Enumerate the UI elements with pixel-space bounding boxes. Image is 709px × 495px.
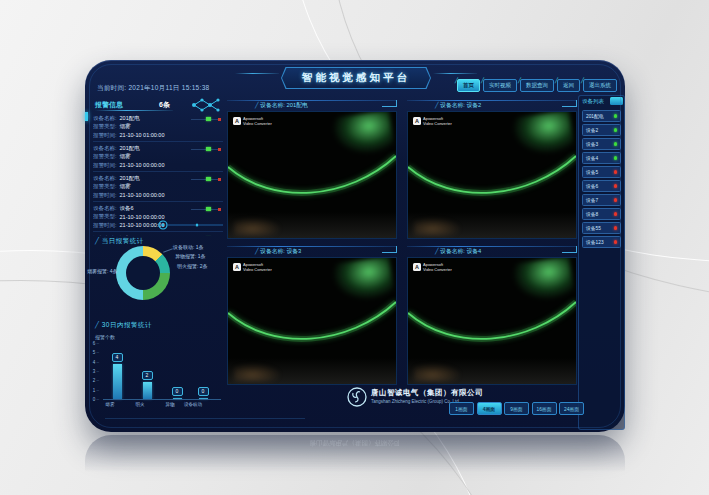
bar-column-foreign-object: 0	[167, 387, 187, 399]
y-tick: 3	[85, 369, 99, 374]
bar-smoke	[113, 364, 122, 399]
device-name-label: 设备名称:	[93, 175, 117, 182]
device-name: 设备55	[583, 225, 601, 231]
bar-chart-y-axis-label: 报警个数	[95, 334, 115, 340]
bar-value: 0	[172, 387, 183, 396]
status-dot	[614, 226, 618, 230]
device-item[interactable]: 设备4	[582, 152, 621, 164]
dashboard-panel: 当前时间: 2021年10月11日 15:15:38 智能视觉感知平台 首页 实…	[85, 60, 625, 432]
video-feed[interactable]: A Apowersoft Video Converter	[407, 111, 577, 239]
video-equipment-blob	[234, 364, 280, 382]
screen-4-button[interactable]: 4画面	[477, 402, 502, 415]
device-name-label: 设备名称:	[93, 205, 117, 212]
device-list-title: 设备列表	[582, 98, 604, 105]
screen-1-button[interactable]: 1画面	[449, 402, 474, 415]
nav-live-video-button[interactable]: 实时视频	[483, 79, 517, 92]
title-frame: 智能视觉感知平台	[281, 67, 431, 89]
pie-label-linkage: 设备联动: 1条	[173, 244, 204, 250]
device-name: 设备6	[583, 183, 598, 189]
video-title: 设备名称: 设备3	[255, 247, 301, 256]
video-title: 设备名称: 201配电	[255, 101, 308, 110]
bar-column-smoke: 4	[107, 353, 127, 399]
device-item[interactable]: 设备2	[582, 124, 621, 136]
alarm-panel-title: 报警信息	[95, 100, 123, 110]
device-name: 设备8	[583, 211, 598, 217]
device-item[interactable]: 设备55	[582, 222, 621, 234]
device-list: 201配电 设备2 设备3 设备4 设备5 设备6 设备7 设备8 设备55 设…	[582, 110, 621, 250]
alarm-slider[interactable]	[191, 147, 221, 151]
alarm-slider[interactable]	[191, 177, 221, 181]
device-name: 设备5	[583, 169, 598, 175]
watermark-line2: Video Converter	[423, 122, 452, 127]
alarm-type-label: 报警类型:	[93, 153, 117, 160]
alarm-entry[interactable]: 设备名称:设备6 报警类型:明火	[93, 233, 223, 236]
x-label-smoke: 烟雾	[97, 402, 123, 407]
alarm-entry[interactable]: 设备名称:201配电 报警类型:烟雾 报警时间:21-10-10 00:00:0…	[93, 143, 223, 172]
nav-home-button[interactable]: 首页	[457, 79, 480, 92]
status-dot	[614, 212, 618, 216]
video-panel-3: 设备名称: 设备3 A Apowersoft Video Converter	[227, 244, 397, 257]
alarm-time-label: 报警时间:	[93, 222, 117, 229]
video-header: 设备名称: 设备3	[227, 244, 397, 257]
watermark-line2: Video Converter	[243, 268, 272, 273]
device-item[interactable]: 设备8	[582, 208, 621, 220]
alarm-entry[interactable]: 设备名称:201配电 报警类型:烟雾 报警时间:21-10-10 01:00:0…	[93, 113, 223, 142]
alarm-time-value: 21-10-10 01:00:00	[120, 132, 165, 138]
watermark-logo: A	[233, 117, 241, 125]
decoration-line	[95, 110, 173, 111]
video-title: 设备名称: 设备2	[435, 101, 481, 110]
nav-data-query-button[interactable]: 数据查询	[520, 79, 554, 92]
label-connector	[163, 248, 173, 252]
donut-chart	[116, 246, 170, 300]
screen-layout-buttons: 1画面 4画面 9画面 16画面 24画面	[449, 402, 584, 415]
alarm-type-value: 烟雾	[120, 123, 131, 130]
top-navigation: 首页 实时视频 数据查询 返回 退出系统	[457, 79, 617, 92]
nav-back-button[interactable]: 返回	[557, 79, 580, 92]
device-item[interactable]: 设备5	[582, 166, 621, 178]
device-item[interactable]: 设备6	[582, 180, 621, 192]
alarm-entry[interactable]: 设备名称:201配电 报警类型:烟雾 报警时间:21-10-10 00:00:0…	[93, 173, 223, 202]
y-tick: 6	[85, 341, 99, 346]
y-tick: 1	[85, 388, 99, 393]
alarm-time-label: 报警时间:	[93, 162, 117, 169]
watermark-logo: A	[413, 117, 421, 125]
device-name-value: 设备6	[120, 235, 134, 236]
pie-label-flame: 明火报警: 2条	[177, 263, 208, 269]
video-feed[interactable]: A Apowersoft Video Converter	[227, 257, 397, 385]
bar-value: 4	[112, 353, 123, 362]
alarm-slider[interactable]	[191, 117, 221, 121]
watermark: A Apowersoft Video Converter	[413, 117, 452, 126]
device-name: 设备3	[583, 141, 598, 147]
watermark-logo: A	[233, 263, 241, 271]
device-item[interactable]: 201配电	[582, 110, 621, 122]
screen-16-button[interactable]: 16画面	[532, 402, 557, 415]
device-item[interactable]: 设备3	[582, 138, 621, 150]
device-item[interactable]: 设备7	[582, 194, 621, 206]
circuit-decoration	[155, 218, 225, 232]
video-header: 设备名称: 设备2	[407, 98, 577, 111]
video-feed[interactable]: A Apowersoft Video Converter	[407, 257, 577, 385]
device-name: 设备123	[583, 239, 604, 245]
decoration-line	[105, 418, 305, 419]
x-label-flame: 明火	[127, 402, 153, 407]
bar-chart: 4 2 0 0	[103, 344, 221, 400]
status-dot	[614, 170, 618, 174]
device-list-tab-button[interactable]	[610, 97, 623, 105]
bar-column-flame: 2	[137, 371, 157, 399]
nav-exit-button[interactable]: 退出系统	[583, 79, 617, 92]
device-name-label: 设备名称:	[93, 145, 117, 152]
device-name-value: 设备6	[120, 205, 134, 212]
screen-24-button[interactable]: 24画面	[559, 402, 584, 415]
bar-column-linkage: 0	[193, 387, 213, 399]
current-time: 当前时间: 2021年10月11日 15:15:38	[97, 84, 209, 93]
video-panel-4: 设备名称: 设备4 A Apowersoft Video Converter	[407, 244, 577, 257]
y-tick: 5	[85, 350, 99, 355]
device-item[interactable]: 设备123	[582, 236, 621, 248]
alarm-slider[interactable]	[191, 207, 221, 211]
alarm-time-label: 报警时间:	[93, 192, 117, 199]
screen-9-button[interactable]: 9画面	[504, 402, 529, 415]
alarm-time-value: 21-10-10 00:00:00	[120, 192, 165, 198]
device-name-value: 201配电	[120, 145, 140, 152]
video-feed[interactable]: A Apowersoft Video Converter	[227, 111, 397, 239]
alarm-type-label: 报警类型:	[93, 123, 117, 130]
